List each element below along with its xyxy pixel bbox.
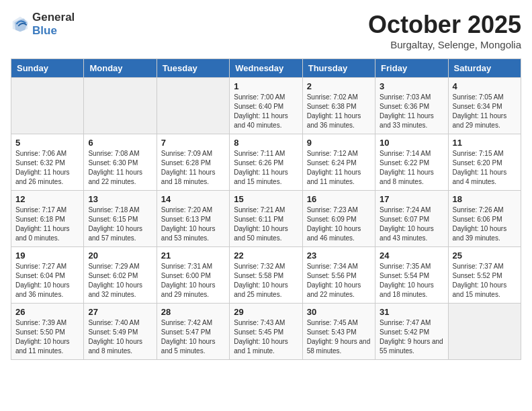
weekday-header-tuesday: Tuesday <box>157 59 229 78</box>
calendar-cell <box>84 78 157 134</box>
day-number: 19 <box>15 250 79 261</box>
cell-info: Sunrise: 7:40 AM Sunset: 5:49 PM Dayligh… <box>88 318 152 356</box>
logo-icon <box>11 15 30 34</box>
cell-info: Sunrise: 7:24 AM Sunset: 6:07 PM Dayligh… <box>380 205 443 243</box>
calendar-cell: 4Sunrise: 7:05 AM Sunset: 6:34 PM Daylig… <box>448 78 521 134</box>
calendar-cell: 9Sunrise: 7:12 AM Sunset: 6:24 PM Daylig… <box>302 134 375 191</box>
day-number: 11 <box>453 138 517 148</box>
calendar-cell: 6Sunrise: 7:08 AM Sunset: 6:30 PM Daylig… <box>84 134 157 191</box>
logo-blue-text: Blue <box>32 24 57 37</box>
logo: General Blue <box>11 11 75 38</box>
cell-info: Sunrise: 7:02 AM Sunset: 6:38 PM Dayligh… <box>307 93 371 130</box>
cell-info: Sunrise: 7:08 AM Sunset: 6:30 PM Dayligh… <box>88 149 152 187</box>
day-number: 22 <box>234 250 298 261</box>
calendar-week-row: 26Sunrise: 7:39 AM Sunset: 5:50 PM Dayli… <box>11 304 521 360</box>
title-block: October 2025 Burgaltay, Selenge, Mongoli… <box>368 11 521 50</box>
day-number: 16 <box>307 194 371 204</box>
calendar-cell: 2Sunrise: 7:02 AM Sunset: 6:38 PM Daylig… <box>302 78 375 134</box>
calendar-cell: 22Sunrise: 7:32 AM Sunset: 5:58 PM Dayli… <box>230 247 302 304</box>
cell-info: Sunrise: 7:14 AM Sunset: 6:22 PM Dayligh… <box>380 149 443 187</box>
cell-info: Sunrise: 7:39 AM Sunset: 5:50 PM Dayligh… <box>15 318 79 356</box>
day-number: 2 <box>307 81 371 91</box>
calendar-cell <box>448 304 521 360</box>
day-number: 8 <box>234 138 298 148</box>
calendar-cell: 23Sunrise: 7:34 AM Sunset: 5:56 PM Dayli… <box>302 247 375 304</box>
calendar-cell: 27Sunrise: 7:40 AM Sunset: 5:49 PM Dayli… <box>84 304 157 360</box>
day-number: 24 <box>380 250 443 261</box>
cell-info: Sunrise: 7:47 AM Sunset: 5:42 PM Dayligh… <box>380 318 443 356</box>
cell-info: Sunrise: 7:35 AM Sunset: 5:54 PM Dayligh… <box>380 262 443 300</box>
calendar-cell: 11Sunrise: 7:15 AM Sunset: 6:20 PM Dayli… <box>448 134 521 191</box>
calendar-cell: 5Sunrise: 7:06 AM Sunset: 6:32 PM Daylig… <box>11 134 84 191</box>
cell-info: Sunrise: 7:34 AM Sunset: 5:56 PM Dayligh… <box>307 262 371 300</box>
day-number: 21 <box>161 250 225 261</box>
cell-info: Sunrise: 7:11 AM Sunset: 6:26 PM Dayligh… <box>234 149 298 187</box>
calendar-cell: 15Sunrise: 7:21 AM Sunset: 6:11 PM Dayli… <box>230 191 302 247</box>
calendar-cell: 8Sunrise: 7:11 AM Sunset: 6:26 PM Daylig… <box>230 134 302 191</box>
day-number: 10 <box>380 138 443 148</box>
location-subtitle: Burgaltay, Selenge, Mongolia <box>368 39 521 50</box>
calendar-cell <box>157 78 229 134</box>
cell-info: Sunrise: 7:37 AM Sunset: 5:52 PM Dayligh… <box>453 262 517 300</box>
cell-info: Sunrise: 7:17 AM Sunset: 6:18 PM Dayligh… <box>15 205 79 243</box>
weekday-header-monday: Monday <box>84 59 157 78</box>
day-number: 25 <box>453 250 517 261</box>
day-number: 12 <box>15 194 79 204</box>
cell-info: Sunrise: 7:05 AM Sunset: 6:34 PM Dayligh… <box>453 93 517 130</box>
cell-info: Sunrise: 7:18 AM Sunset: 6:15 PM Dayligh… <box>88 205 152 243</box>
calendar-cell: 12Sunrise: 7:17 AM Sunset: 6:18 PM Dayli… <box>11 191 84 247</box>
calendar-cell: 1Sunrise: 7:00 AM Sunset: 6:40 PM Daylig… <box>230 78 302 134</box>
calendar-cell: 16Sunrise: 7:23 AM Sunset: 6:09 PM Dayli… <box>302 191 375 247</box>
calendar-cell: 21Sunrise: 7:31 AM Sunset: 6:00 PM Dayli… <box>157 247 229 304</box>
day-number: 23 <box>307 250 371 261</box>
calendar-table: SundayMondayTuesdayWednesdayThursdayFrid… <box>11 58 521 360</box>
cell-info: Sunrise: 7:15 AM Sunset: 6:20 PM Dayligh… <box>453 149 517 187</box>
page-header: General Blue October 2025 Burgaltay, Sel… <box>11 11 521 50</box>
cell-info: Sunrise: 7:45 AM Sunset: 5:43 PM Dayligh… <box>307 318 371 356</box>
logo-general-text: General <box>32 11 75 24</box>
weekday-header-saturday: Saturday <box>448 59 521 78</box>
cell-info: Sunrise: 7:26 AM Sunset: 6:06 PM Dayligh… <box>453 205 517 243</box>
day-number: 14 <box>161 194 225 204</box>
calendar-cell: 10Sunrise: 7:14 AM Sunset: 6:22 PM Dayli… <box>375 134 448 191</box>
weekday-header-thursday: Thursday <box>302 59 375 78</box>
calendar-cell: 18Sunrise: 7:26 AM Sunset: 6:06 PM Dayli… <box>448 191 521 247</box>
day-number: 3 <box>380 81 443 91</box>
calendar-cell: 13Sunrise: 7:18 AM Sunset: 6:15 PM Dayli… <box>84 191 157 247</box>
cell-info: Sunrise: 7:32 AM Sunset: 5:58 PM Dayligh… <box>234 262 298 300</box>
calendar-cell <box>11 78 84 134</box>
day-number: 15 <box>234 194 298 204</box>
day-number: 31 <box>380 307 443 317</box>
cell-info: Sunrise: 7:23 AM Sunset: 6:09 PM Dayligh… <box>307 205 371 243</box>
cell-info: Sunrise: 7:06 AM Sunset: 6:32 PM Dayligh… <box>15 149 79 187</box>
day-number: 30 <box>307 307 371 317</box>
day-number: 26 <box>15 307 79 317</box>
cell-info: Sunrise: 7:29 AM Sunset: 6:02 PM Dayligh… <box>88 262 152 300</box>
weekday-header-sunday: Sunday <box>11 59 84 78</box>
calendar-week-row: 12Sunrise: 7:17 AM Sunset: 6:18 PM Dayli… <box>11 191 521 247</box>
calendar-cell: 26Sunrise: 7:39 AM Sunset: 5:50 PM Dayli… <box>11 304 84 360</box>
day-number: 20 <box>88 250 152 261</box>
day-number: 18 <box>453 194 517 204</box>
day-number: 27 <box>88 307 152 317</box>
cell-info: Sunrise: 7:09 AM Sunset: 6:28 PM Dayligh… <box>161 149 225 187</box>
calendar-week-row: 19Sunrise: 7:27 AM Sunset: 6:04 PM Dayli… <box>11 247 521 304</box>
month-title: October 2025 <box>368 11 521 39</box>
day-number: 1 <box>234 81 298 91</box>
calendar-week-row: 5Sunrise: 7:06 AM Sunset: 6:32 PM Daylig… <box>11 134 521 191</box>
cell-info: Sunrise: 7:00 AM Sunset: 6:40 PM Dayligh… <box>234 93 298 130</box>
cell-info: Sunrise: 7:12 AM Sunset: 6:24 PM Dayligh… <box>307 149 371 187</box>
calendar-week-row: 1Sunrise: 7:00 AM Sunset: 6:40 PM Daylig… <box>11 78 521 134</box>
day-number: 29 <box>234 307 298 317</box>
day-number: 17 <box>380 194 443 204</box>
calendar-cell: 19Sunrise: 7:27 AM Sunset: 6:04 PM Dayli… <box>11 247 84 304</box>
calendar-cell: 14Sunrise: 7:20 AM Sunset: 6:13 PM Dayli… <box>157 191 229 247</box>
day-number: 6 <box>88 138 152 148</box>
calendar-cell: 7Sunrise: 7:09 AM Sunset: 6:28 PM Daylig… <box>157 134 229 191</box>
calendar-cell: 24Sunrise: 7:35 AM Sunset: 5:54 PM Dayli… <box>375 247 448 304</box>
calendar-cell: 17Sunrise: 7:24 AM Sunset: 6:07 PM Dayli… <box>375 191 448 247</box>
day-number: 4 <box>453 81 517 91</box>
day-number: 13 <box>88 194 152 204</box>
calendar-cell: 29Sunrise: 7:43 AM Sunset: 5:45 PM Dayli… <box>230 304 302 360</box>
day-number: 9 <box>307 138 371 148</box>
